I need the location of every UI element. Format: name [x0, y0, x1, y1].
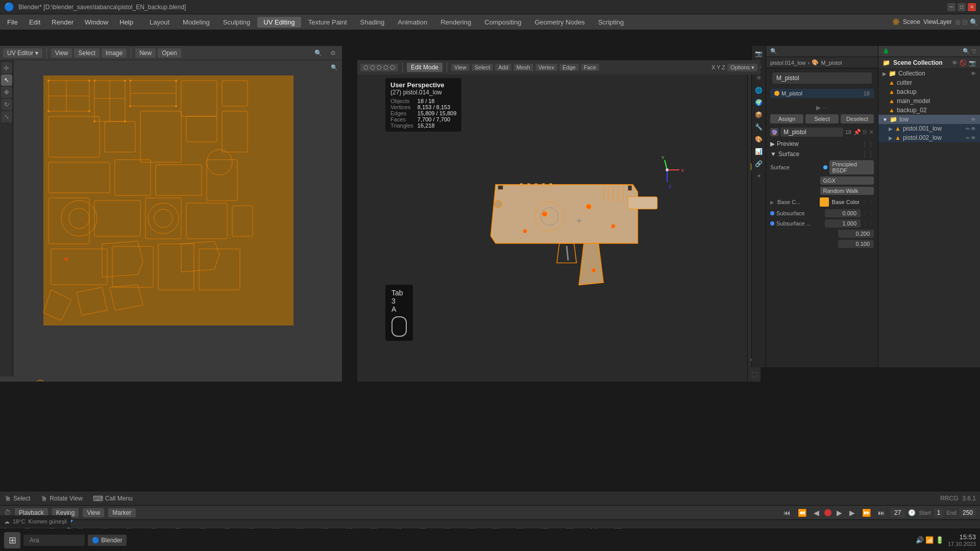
outliner-backup[interactable]: ▲ backup: [878, 87, 980, 96]
low-eye[interactable]: 👁: [971, 117, 976, 122]
close-btn[interactable]: ✕: [968, 3, 976, 11]
eye-icon[interactable]: 👁: [952, 60, 958, 66]
vp-vertex-btn[interactable]: Vertex: [535, 64, 557, 71]
vp-mode-icons[interactable]: ⬡⬡⬡⬡⬡: [360, 64, 398, 71]
uv-select-btn[interactable]: Select: [74, 48, 99, 58]
subsurface2-val1[interactable]: 1.000: [825, 219, 861, 228]
vp-options-btn[interactable]: Options ▾: [727, 64, 757, 71]
menu-file[interactable]: File: [2, 17, 23, 27]
tab-scripting[interactable]: Scripting: [592, 17, 630, 28]
outliner-main-model[interactable]: ▲ main_model: [878, 96, 980, 106]
menu-window[interactable]: Window: [80, 17, 113, 27]
jump-end-btn[interactable]: ⏭: [876, 509, 887, 517]
search-bar[interactable]: Ara: [23, 535, 85, 546]
tab-animation[interactable]: Animation: [391, 17, 433, 28]
material-active-name[interactable]: M_pistol: [780, 128, 843, 137]
outliner-low-collection[interactable]: ▼ 📁 low 👁: [878, 115, 980, 124]
p002-edit[interactable]: ✏: [966, 135, 970, 141]
vp-face-btn[interactable]: Face: [581, 64, 599, 71]
uv-move-tool[interactable]: ✥: [1, 87, 12, 98]
outliner-backup02[interactable]: ▲ backup_02: [878, 106, 980, 115]
start-btn[interactable]: ⊞: [4, 532, 20, 548]
tab-shading[interactable]: Shading: [354, 17, 391, 28]
uv-new-btn[interactable]: New: [135, 48, 156, 58]
surface-bsdf-dropdown[interactable]: Principled BSDF: [829, 160, 874, 174]
material-slot-active[interactable]: M_pistol 18: [770, 89, 874, 98]
tab-texture-paint[interactable]: Texture Paint: [302, 17, 353, 28]
prop-icon-world[interactable]: 🌍: [753, 97, 765, 108]
menu-help[interactable]: Help: [114, 17, 138, 27]
vp-mesh-btn[interactable]: Mesh: [513, 64, 533, 71]
deselect-button[interactable]: Deselect: [841, 114, 874, 123]
prop-icon-modifier[interactable]: 🔧: [753, 121, 765, 133]
outliner-collection[interactable]: ▶ 📁 Collection 👁: [878, 69, 980, 78]
assign-button[interactable]: Assign: [770, 114, 803, 123]
p002-eye[interactable]: 👁: [971, 135, 976, 141]
jump-start-btn[interactable]: ⏮: [781, 509, 793, 517]
subsurface-value[interactable]: 0.000: [825, 209, 861, 217]
select-button[interactable]: Select: [805, 114, 839, 123]
tab-layout[interactable]: Layout: [143, 17, 176, 28]
base-color-swatch[interactable]: [820, 197, 829, 207]
uv-options[interactable]: 🔍: [311, 48, 325, 58]
preview-header[interactable]: ▶ Preview ⋮⋮: [766, 139, 878, 149]
p001-eye[interactable]: 👁: [971, 126, 976, 132]
uv-scale-tool[interactable]: ⤡: [1, 111, 12, 122]
uv-mode-select[interactable]: UV Editor ▾: [3, 48, 42, 58]
uv-viewport[interactable]: 🔍 ↕: [0, 60, 342, 382]
vp-edge-btn[interactable]: Edge: [559, 64, 579, 71]
camera-icon[interactable]: 📷: [969, 60, 976, 66]
mat-clear-icon[interactable]: ✕: [869, 129, 874, 136]
uv-view-btn[interactable]: View: [51, 48, 72, 58]
prop-icon-particles[interactable]: ✦: [753, 170, 765, 182]
next-keyframe-btn[interactable]: ▶: [847, 509, 857, 517]
viewport-3d[interactable]: ⬡⬡⬡⬡⬡ Edit Mode View Select Add Mesh Ver…: [357, 60, 761, 382]
end-frame[interactable]: 250: [960, 508, 976, 517]
prop-icon-render[interactable]: 📷: [753, 48, 765, 59]
distribution-dropdown[interactable]: GGX: [820, 177, 874, 185]
surface-header[interactable]: ▼ Surface ⋮⋮: [766, 149, 878, 159]
uv-rotate-tool[interactable]: ↻: [1, 99, 12, 110]
uv-image-btn[interactable]: Image: [102, 48, 127, 58]
scene-collection-label[interactable]: Scene Collection: [893, 59, 943, 66]
menu-edit[interactable]: Edit: [24, 17, 45, 27]
coll-eye[interactable]: 👁: [971, 71, 976, 77]
play-btn[interactable]: ▶: [835, 509, 844, 517]
vp-local-view[interactable]: ⬚: [749, 368, 760, 380]
start-frame[interactable]: 1: [934, 508, 944, 517]
prev-frame-btn[interactable]: ⏪: [796, 509, 808, 517]
menu-render[interactable]: Render: [46, 17, 79, 27]
prop-icon-material[interactable]: 🎨: [753, 134, 765, 145]
vp-edit-mode-btn[interactable]: Edit Mode: [407, 63, 443, 72]
prop-icon-object[interactable]: 📦: [753, 109, 765, 120]
uv-open-btn[interactable]: Open: [158, 48, 181, 58]
tab-geometry-nodes[interactable]: Geometry Nodes: [528, 17, 591, 28]
maximize-btn[interactable]: □: [958, 3, 966, 11]
vp-select-btn[interactable]: Select: [472, 64, 494, 71]
marker-menu[interactable]: Marker: [108, 508, 135, 517]
uv-settings[interactable]: ⚙: [327, 48, 339, 58]
tab-rendering[interactable]: Rendering: [434, 17, 477, 28]
prop-icon-data[interactable]: 📊: [753, 146, 765, 157]
subsurface2-val2[interactable]: 0.200: [838, 230, 874, 238]
tab-compositing[interactable]: Compositing: [478, 17, 527, 28]
taskbar-blender[interactable]: 🔵 Blender: [88, 535, 127, 546]
record-btn[interactable]: [824, 509, 831, 516]
prop-icon-scene[interactable]: 🌐: [753, 85, 765, 96]
outliner-pistol001[interactable]: ▶ ▲ pistol.001_low ✏ 👁: [878, 124, 980, 133]
outliner-cutter[interactable]: ▲ cutter: [878, 78, 980, 87]
uv-select-tool[interactable]: ↖: [1, 74, 12, 86]
vp-add-btn[interactable]: Add: [495, 64, 511, 71]
subsurface-method-dropdown[interactable]: Random Walk: [820, 187, 874, 195]
current-frame[interactable]: 27: [890, 508, 905, 517]
tab-uv-editing[interactable]: UV Editing: [257, 17, 301, 28]
tab-sculpting[interactable]: Sculpting: [217, 17, 256, 28]
view-menu[interactable]: View: [83, 508, 104, 517]
outliner-pistol002[interactable]: ▶ ▲ pistol.002_low ✏ 👁: [878, 133, 980, 142]
next-frame-btn[interactable]: ⏩: [860, 509, 873, 517]
mat-copy-icon[interactable]: ⎘: [863, 129, 867, 136]
tab-modeling[interactable]: Modeling: [177, 17, 216, 28]
vp-view-btn[interactable]: View: [451, 64, 470, 71]
subsurface2-val3[interactable]: 0.100: [838, 240, 874, 248]
restrict-icon[interactable]: 🚫: [960, 60, 967, 66]
